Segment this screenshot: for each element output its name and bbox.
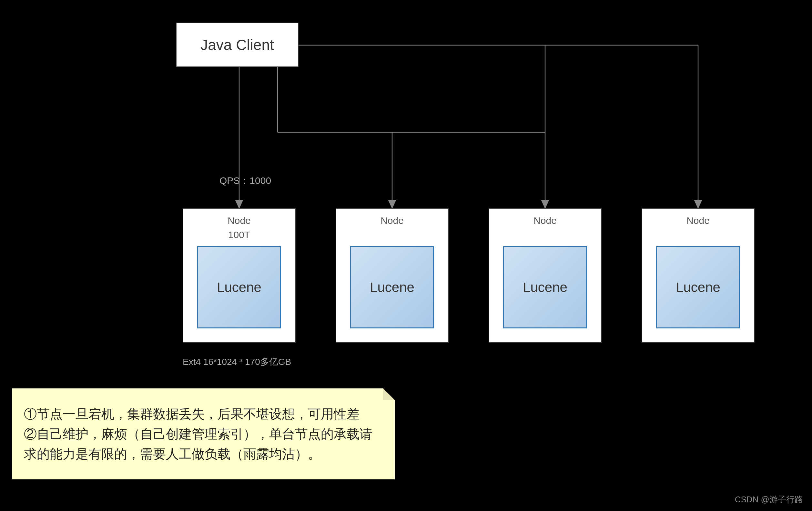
lucene-label: Lucene: [217, 280, 261, 295]
lucene-label: Lucene: [370, 280, 414, 295]
ext4-label: Ext4 16*1024 ³ 170多亿GB: [183, 356, 291, 368]
note-fold-icon: [383, 388, 395, 400]
node-box-0: Node100TLucene: [183, 208, 296, 342]
java-client-box: Java Client: [176, 23, 298, 67]
lucene-box: Lucene: [503, 246, 587, 328]
qps-label: QPS：1000: [220, 174, 271, 187]
note-line-2: ②自己维护，麻烦（自己创建管理索引），单台节点的承载请求的能力是有限的，需要人工…: [24, 424, 383, 464]
node-sub: 100T: [228, 229, 250, 240]
node-title: Node: [533, 215, 557, 226]
note-box: ①节点一旦宕机，集群数据丢失，后果不堪设想，可用性差 ②自己维护，麻烦（自己创建…: [12, 388, 395, 479]
node-title: Node: [380, 215, 404, 226]
node-box-2: NodeLucene: [489, 208, 602, 342]
lucene-label: Lucene: [523, 280, 568, 295]
lucene-box: Lucene: [197, 246, 281, 328]
lucene-box: Lucene: [350, 246, 434, 328]
node-box-3: NodeLucene: [642, 208, 755, 342]
lucene-box: Lucene: [656, 246, 740, 328]
lucene-label: Lucene: [676, 280, 720, 295]
java-client-label: Java Client: [200, 36, 274, 54]
node-title: Node: [228, 215, 251, 226]
node-title: Node: [687, 215, 710, 226]
node-box-1: NodeLucene: [336, 208, 448, 342]
watermark: CSDN @游子行路: [735, 494, 803, 505]
note-line-1: ①节点一旦宕机，集群数据丢失，后果不堪设想，可用性差: [24, 404, 383, 424]
